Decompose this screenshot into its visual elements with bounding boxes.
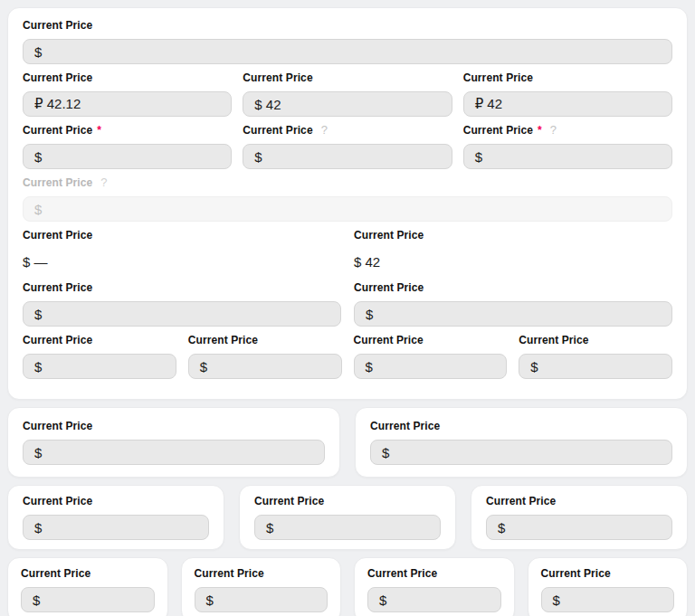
field-label: Current Price	[254, 495, 324, 507]
field-label: Current Price	[23, 19, 92, 32]
price-field-dollar-value: Current Price $ 42	[243, 71, 452, 117]
price-input[interactable]: $	[463, 144, 672, 169]
field-label: Current Price	[541, 567, 611, 580]
field-grid-half: Current Price $ Current Price $	[23, 281, 672, 334]
price-value: $ —	[23, 249, 341, 274]
price-input[interactable]: $	[243, 144, 452, 169]
field-label-row: Current Price ?	[243, 124, 452, 136]
price-input[interactable]: $	[541, 587, 675, 612]
price-input[interactable]: $	[486, 515, 672, 540]
field-label-row: Current Price	[23, 71, 232, 83]
field-label-row: Current Price	[188, 334, 342, 346]
price-card: Current Price $	[181, 557, 342, 616]
price-field: Current Price $	[21, 567, 155, 612]
price-card: Current Price $	[471, 485, 688, 550]
price-input[interactable]: $	[23, 354, 176, 379]
price-input[interactable]: $	[195, 587, 328, 612]
field-label-row: Current Price	[354, 229, 672, 241]
price-field-ruble-value: Current Price ₽ 42	[463, 71, 672, 124]
price-field-half: Current Price $	[23, 281, 341, 327]
field-label-row: Current Price	[367, 567, 501, 579]
price-field-disabled: Current Price ? $	[23, 176, 672, 222]
help-icon[interactable]: ?	[550, 123, 557, 137]
price-input[interactable]: $	[367, 587, 501, 612]
field-label: Current Price	[23, 495, 92, 507]
field-label: Current Price	[519, 334, 588, 346]
price-field-required: Current Price * $	[23, 124, 232, 169]
field-label: Current Price	[463, 124, 533, 137]
field-label: Current Price	[463, 71, 533, 84]
field-label: Current Price	[354, 229, 424, 242]
field-label-row: Current Price ?	[23, 176, 672, 188]
price-field-help: Current Price ? $	[243, 124, 452, 169]
field-label-row: Current Price *	[23, 124, 232, 136]
price-input[interactable]: $	[23, 39, 672, 64]
field-label: Current Price	[21, 567, 90, 580]
help-icon: ?	[100, 175, 107, 189]
price-field: Current Price $	[486, 495, 672, 540]
price-input[interactable]: $	[21, 587, 155, 612]
card-row-three: Current Price $ Current Price $ Current …	[7, 485, 688, 550]
price-field: Current Price $	[254, 495, 441, 540]
price-field-half: Current Price $	[354, 281, 672, 334]
required-asterisk: *	[538, 124, 542, 137]
price-field-readonly-empty: Current Price $ —	[23, 229, 341, 274]
field-label-row: Current Price	[23, 229, 341, 241]
field-label: Current Price	[354, 281, 424, 294]
price-input[interactable]: ₽ 42	[463, 91, 672, 117]
page: Current Price $ Current Price ₽ 42.12 Cu…	[0, 0, 695, 616]
price-input[interactable]: $ 42	[243, 91, 452, 117]
field-label: Current Price	[486, 495, 556, 507]
price-card: Current Price $	[7, 485, 224, 550]
field-label: Current Price	[188, 334, 258, 346]
price-field-default: Current Price $	[23, 19, 672, 64]
price-field-quarter: Current Price $	[354, 334, 508, 379]
price-card: Current Price $	[7, 407, 340, 478]
price-input[interactable]: $	[254, 515, 441, 540]
price-input[interactable]: $	[23, 144, 232, 169]
field-grid-values: Current Price ₽ 42.12 Current Price $ 42…	[23, 71, 672, 124]
price-field-quarter: Current Price $	[23, 334, 176, 379]
price-field-quarter: Current Price $	[188, 334, 342, 379]
field-label-row: Current Price	[370, 420, 672, 431]
price-field: Current Price $	[541, 567, 675, 612]
price-field-quarter: Current Price $	[519, 334, 672, 386]
price-field: Current Price $	[23, 420, 325, 465]
field-label-row: Current Price	[23, 334, 176, 346]
field-label: Current Price	[243, 124, 312, 137]
field-label-row: Current Price	[486, 495, 672, 507]
field-label-row: Current Price	[463, 71, 672, 83]
help-icon[interactable]: ?	[321, 123, 328, 137]
field-label-row: Current Price	[195, 567, 328, 579]
price-input[interactable]: $	[354, 301, 672, 327]
required-asterisk: *	[97, 124, 101, 137]
price-input[interactable]: $	[188, 354, 342, 379]
price-card: Current Price $	[7, 557, 168, 616]
price-input[interactable]: $	[23, 440, 325, 465]
field-label-row: Current Price	[21, 567, 155, 579]
price-card: Current Price $	[355, 407, 688, 478]
field-label: Current Price	[23, 124, 92, 137]
price-input[interactable]: $	[519, 354, 672, 379]
field-label: Current Price	[370, 420, 440, 432]
field-label: Current Price	[23, 420, 92, 432]
price-input[interactable]: $	[23, 301, 341, 327]
price-input[interactable]: ₽ 42.12	[23, 91, 232, 117]
field-label-row: Current Price	[23, 19, 672, 31]
price-card: Current Price $	[354, 557, 515, 616]
field-label: Current Price	[23, 71, 92, 84]
field-grid-quarter: Current Price $ Current Price $ Current …	[23, 334, 672, 386]
field-label: Current Price	[367, 567, 437, 580]
price-input[interactable]: $	[23, 515, 209, 540]
field-label: Current Price	[243, 71, 312, 84]
field-label-row: Current Price	[354, 281, 672, 293]
field-grid-readonly: Current Price $ — Current Price $ 42	[23, 229, 672, 281]
field-label: Current Price	[23, 229, 92, 242]
field-label-row: Current Price * ?	[463, 124, 672, 136]
field-label: Current Price	[354, 334, 424, 346]
field-label: Current Price	[23, 176, 92, 189]
price-input[interactable]: $	[370, 440, 672, 465]
price-value: $ 42	[354, 249, 672, 274]
card-row-two: Current Price $ Current Price $	[7, 407, 688, 478]
price-input[interactable]: $	[354, 354, 508, 379]
